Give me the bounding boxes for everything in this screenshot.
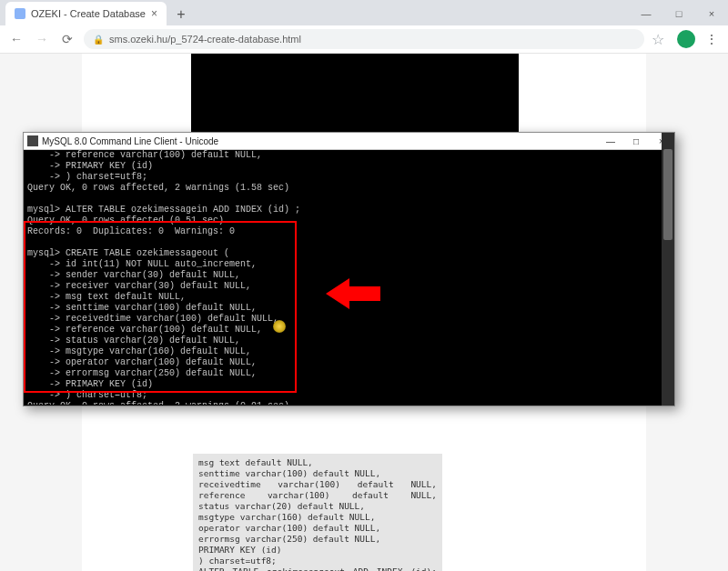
code-line: operator varchar(100) default NULL,: [198, 523, 437, 534]
tab-strip: OZEKI - Create Database × + — □ ×: [0, 0, 728, 25]
scrollbar-thumb[interactable]: [663, 149, 672, 240]
code-line: reference varchar(100) default NULL,: [198, 490, 437, 501]
code-line: status varchar(20) default NULL,: [198, 501, 437, 512]
console-titlebar[interactable]: MySQL 8.0 Command Line Client - Unicode …: [24, 133, 674, 150]
svg-marker-0: [326, 278, 380, 309]
code-line: PRIMARY KEY (id): [198, 545, 437, 556]
cursor-highlight: [273, 320, 286, 333]
new-tab-button[interactable]: +: [170, 4, 192, 25]
tab-title: OZEKI - Create Database: [31, 8, 146, 19]
reload-button[interactable]: ⟳: [58, 30, 76, 48]
code-line: receivedtime varchar(100) default NULL,: [198, 479, 437, 490]
code-line: msg text default NULL,: [198, 457, 437, 468]
code-line: senttime varchar(100) default NULL,: [198, 468, 437, 479]
tab-close-icon[interactable]: ×: [151, 7, 157, 20]
avatar[interactable]: [677, 30, 695, 48]
code-line: ALTER TABLE ozekimessageout ADD INDEX (i…: [198, 566, 437, 571]
lock-icon: 🔒: [93, 35, 104, 45]
console-minimize-button[interactable]: —: [598, 134, 623, 149]
menu-icon[interactable]: ⋮: [703, 32, 721, 46]
code-line: ) charset=utf8;: [198, 556, 437, 566]
code-line: errormsg varchar(250) default NULL,: [198, 534, 437, 545]
console-output[interactable]: -> reference varchar(100) default NULL, …: [24, 150, 674, 405]
minimize-button[interactable]: —: [630, 2, 662, 25]
window-buttons: — □ ×: [630, 2, 728, 25]
url-field[interactable]: 🔒 sms.ozeki.hu/p_5724-create-database.ht…: [84, 29, 644, 49]
favicon-icon: [15, 8, 25, 19]
forward-button[interactable]: →: [33, 30, 51, 48]
browser-tab[interactable]: OZEKI - Create Database ×: [5, 2, 167, 25]
console-title-text: MySQL 8.0 Command Line Client - Unicode: [42, 136, 218, 146]
bookmark-star-icon[interactable]: ☆: [652, 31, 664, 48]
console-maximize-button[interactable]: □: [623, 134, 649, 149]
url-text: sms.ozeki.hu/p_5724-create-database.html: [109, 34, 301, 45]
mysql-console-window: MySQL 8.0 Command Line Client - Unicode …: [23, 132, 675, 406]
code-sample-block[interactable]: msg text default NULL, senttime varchar(…: [193, 454, 442, 571]
address-bar: ← → ⟳ 🔒 sms.ozeki.hu/p_5724-create-datab…: [0, 25, 728, 54]
back-button[interactable]: ←: [7, 30, 25, 48]
screenshot-placeholder: [191, 54, 519, 135]
console-scrollbar[interactable]: [662, 133, 674, 406]
close-button[interactable]: ×: [695, 2, 728, 25]
code-line: msgtype varchar(160) default NULL,: [198, 512, 437, 523]
maximize-button[interactable]: □: [662, 2, 695, 25]
red-arrow-icon: [326, 278, 380, 309]
console-icon: [27, 135, 38, 146]
